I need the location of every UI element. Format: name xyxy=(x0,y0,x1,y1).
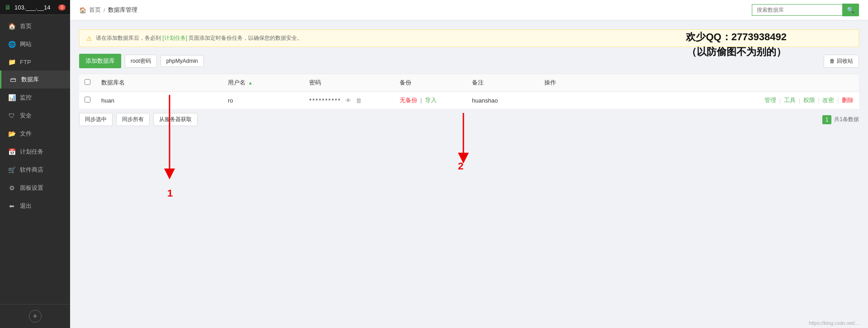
recycle-icon: 🗑 xyxy=(830,58,835,64)
select-all-checkbox[interactable] xyxy=(85,79,90,85)
th-operations: 操作 xyxy=(539,74,859,92)
alert-bar: ⚠ 请在添加数据库后，务必到 [计划任务] 页面添加定时备份任务，以确保您的数据… xyxy=(79,29,859,47)
delete-link[interactable]: 删除 xyxy=(842,97,854,103)
tools-link[interactable]: 工具 xyxy=(784,97,796,103)
sidebar-item-label: 安全 xyxy=(20,112,32,120)
server-title: 103.___.__14 xyxy=(14,4,51,11)
toolbar: 添加数据库 root密码 phpMyAdmin 🗑 回收站 xyxy=(79,54,859,68)
breadcrumb-current: 数据库管理 xyxy=(108,6,137,14)
sidebar-item-logout[interactable]: ⬅ 退出 xyxy=(0,197,70,215)
monitor-icon: 🖥 xyxy=(5,4,11,11)
sidebar-item-label: 面板设置 xyxy=(20,184,43,192)
home-icon-small: 🏠 xyxy=(79,7,86,14)
show-password-icon[interactable]: 👁 xyxy=(345,97,351,104)
database-icon: 🗃 xyxy=(9,76,17,83)
sort-icon: ▲ xyxy=(248,80,253,85)
sidebar-item-monitor[interactable]: 📊 监控 xyxy=(0,89,70,107)
sync-all-button[interactable]: 同步所有 xyxy=(116,113,150,126)
sidebar-item-label: 软件商店 xyxy=(20,166,43,174)
row-checkbox-cell xyxy=(79,92,96,109)
import-link[interactable]: 导入 xyxy=(425,97,437,103)
row-backup: 无备份 | 导入 xyxy=(394,92,467,109)
breadcrumb-home[interactable]: 首页 xyxy=(89,6,101,14)
fetch-from-server-button[interactable]: 从服务器获取 xyxy=(153,113,198,126)
row-remark: huanshao xyxy=(467,92,539,109)
recycle-button[interactable]: 🗑 回收站 xyxy=(824,55,859,68)
sidebar-item-label: FTP xyxy=(20,59,31,66)
th-dbname: 数据库名 xyxy=(96,74,222,92)
sidebar-item-label: 首页 xyxy=(20,22,32,30)
toolbar-right: 🗑 回收站 xyxy=(824,55,859,68)
row-checkbox[interactable] xyxy=(85,97,90,103)
sidebar-item-label: 监控 xyxy=(20,94,32,102)
sidebar-item-cron[interactable]: 📅 计划任务 xyxy=(0,143,70,161)
content-area: 欢少QQ：2773938492 （以防偷图不为别的） ⚠ 请在添加数据库后，务必… xyxy=(70,20,868,328)
recycle-label: 回收站 xyxy=(837,57,853,65)
search-button[interactable]: 🔍 xyxy=(842,4,859,16)
topbar: 🏠 首页 / 数据库管理 🔍 xyxy=(70,0,868,20)
ftp-icon: 📁 xyxy=(8,58,15,66)
table-footer-left: 同步选中 同步所有 从服务器获取 xyxy=(79,113,198,126)
sidebar-footer: + xyxy=(0,304,70,328)
annotation-1: 1 xyxy=(167,187,173,199)
sidebar-item-label: 数据库 xyxy=(21,75,39,84)
sidebar-item-security[interactable]: 🛡 安全 xyxy=(0,107,70,125)
row-dbname: huan xyxy=(96,92,222,109)
sync-selected-button[interactable]: 同步选中 xyxy=(79,113,113,126)
annotation-2: 2 xyxy=(458,160,463,172)
op-links: 管理 | 工具 | 权限 | 改密 | 删除 xyxy=(764,97,854,103)
alert-text: 请在添加数据库后，务必到 [计划任务] 页面添加定时备份任务，以确保您的数据安全… xyxy=(96,34,302,42)
th-checkbox xyxy=(79,74,96,92)
table-footer-right: 1 共1条数据 xyxy=(822,115,859,124)
sidebar-item-website[interactable]: 🌐 网站 xyxy=(0,35,70,53)
sidebar-item-ftp[interactable]: 📁 FTP xyxy=(0,53,70,70)
sidebar-item-files[interactable]: 📂 文件 xyxy=(0,125,70,143)
th-remark: 备注 xyxy=(467,74,539,92)
sidebar-item-label: 文件 xyxy=(20,130,32,138)
row-operations: 管理 | 工具 | 权限 | 改密 | 删除 xyxy=(539,92,859,109)
sidebar-header: 🖥 103.___.__14 0 xyxy=(0,0,70,15)
warning-icon: ⚠ xyxy=(86,35,92,42)
settings-icon: ⚙ xyxy=(8,184,15,192)
copy-password-icon[interactable]: 🗑 xyxy=(356,97,362,104)
home-icon: 🏠 xyxy=(8,23,15,30)
row-username: ro xyxy=(222,92,304,109)
th-username[interactable]: 用户名 ▲ xyxy=(222,74,304,92)
search-input[interactable] xyxy=(752,4,842,16)
footer-url: https://blog.csdn.net/... xyxy=(809,320,859,326)
table-row: huan ro ********** 👁 🗑 无备份 | 导入 xyxy=(79,92,859,109)
logout-icon: ⬅ xyxy=(8,202,15,210)
phpmyadmin-button[interactable]: phpMyAdmin xyxy=(160,55,204,67)
add-database-button[interactable]: 添加数据库 xyxy=(79,54,121,68)
sidebar-nav: 🏠 首页 🌐 网站 📁 FTP 🗃 数据库 📊 监控 🛡 安全 📂 文件 📅 xyxy=(0,15,70,304)
manage-link[interactable]: 管理 xyxy=(764,97,776,103)
sidebar-item-label: 计划任务 xyxy=(20,148,43,156)
cron-link[interactable]: [计划任务] xyxy=(162,35,187,41)
add-circle-button[interactable]: + xyxy=(29,310,42,323)
total-badge: 1 xyxy=(822,115,832,124)
sidebar-item-database[interactable]: 🗃 数据库 xyxy=(0,70,70,89)
permissions-link[interactable]: 权限 xyxy=(803,97,815,103)
row-password: ********** 👁 🗑 xyxy=(304,92,394,109)
search-box: 🔍 xyxy=(752,4,859,16)
sidebar-item-home[interactable]: 🏠 首页 xyxy=(0,17,70,35)
table-footer: 同步选中 同步所有 从服务器获取 1 共1条数据 xyxy=(79,113,859,126)
files-icon: 📂 xyxy=(8,130,15,137)
main-area: 🏠 首页 / 数据库管理 🔍 欢少QQ：2773938492 （以防偷图不为别的… xyxy=(70,0,868,328)
notification-badge: 0 xyxy=(58,5,66,10)
monitor-nav-icon: 📊 xyxy=(8,94,15,101)
th-backup: 备份 xyxy=(394,74,467,92)
total-text: 共1条数据 xyxy=(834,116,859,123)
th-password: 密码 xyxy=(304,74,394,92)
appstore-icon: 🛒 xyxy=(8,166,15,173)
toolbar-left: 添加数据库 root密码 phpMyAdmin xyxy=(79,54,204,68)
root-password-button[interactable]: root密码 xyxy=(125,55,157,68)
sidebar-item-settings[interactable]: ⚙ 面板设置 xyxy=(0,179,70,197)
sidebar-item-appstore[interactable]: 🛒 软件商店 xyxy=(0,161,70,179)
security-icon: 🛡 xyxy=(8,112,15,119)
sidebar-item-label: 退出 xyxy=(20,202,32,210)
database-table: 数据库名 用户名 ▲ 密码 备份 备注 xyxy=(79,74,859,109)
change-password-link[interactable]: 改密 xyxy=(822,97,834,103)
cron-icon: 📅 xyxy=(8,148,15,155)
sidebar: 🖥 103.___.__14 0 🏠 首页 🌐 网站 📁 FTP 🗃 数据库 📊… xyxy=(0,0,70,328)
